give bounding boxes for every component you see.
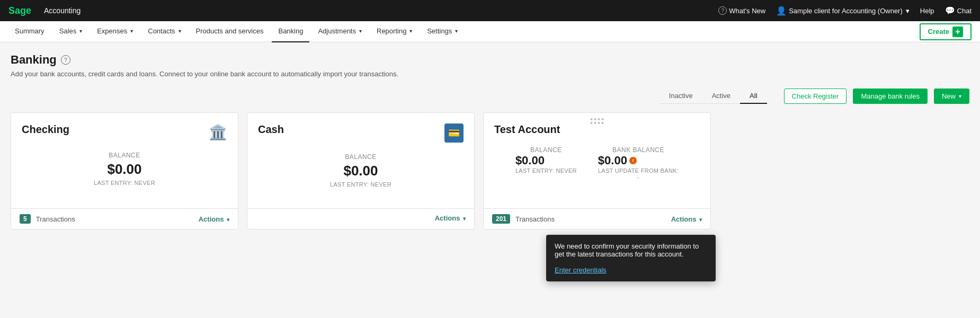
checking-balance-section: Balance $0.00 LAST ENTRY: NEVER — [22, 152, 227, 186]
create-button[interactable]: Create + — [920, 23, 972, 40]
check-register-button[interactable]: Check Register — [784, 89, 847, 104]
chevron-down-icon: ▾ — [959, 93, 961, 99]
plus-icon: + — [952, 26, 963, 37]
tab-all[interactable]: All — [740, 89, 767, 104]
nav-settings[interactable]: Settings ▾ — [421, 21, 464, 42]
checking-card-header: Checking 🏛️ — [22, 123, 227, 141]
test-bank-balance-amount: $0.00 ! — [598, 154, 679, 167]
security-tooltip: We need to confirm your security informa… — [546, 235, 716, 281]
test-last-update-from-bank: LAST UPDATE FROM BANK: — [598, 167, 679, 174]
page-title: Banking — [11, 53, 57, 67]
chevron-down-icon: ▾ — [463, 216, 466, 222]
checking-account-name: Checking — [22, 123, 69, 136]
account-tabs: Inactive Active All — [660, 89, 767, 104]
manage-bank-rules-button[interactable]: Manage bank rules — [853, 89, 928, 104]
chat-icon: 💬 — [945, 6, 955, 15]
test-transactions-badge: 201 — [492, 214, 510, 224]
checking-transactions-badge: 5 — [20, 214, 31, 224]
chevron-down-icon: ▾ — [455, 28, 458, 34]
checking-card-footer: 5 Transactions Actions ▾ — [11, 208, 238, 229]
cash-actions-button[interactable]: Actions ▾ — [435, 214, 466, 222]
test-actions-button[interactable]: Actions ▾ — [671, 215, 702, 223]
chevron-down-icon: ▾ — [79, 28, 82, 34]
cash-last-entry: LAST ENTRY: NEVER — [258, 181, 464, 188]
test-transactions-label: Transactions — [515, 215, 555, 223]
checking-card-body: Checking 🏛️ Balance $0.00 LAST ENTRY: NE… — [11, 113, 238, 208]
nav-reporting[interactable]: Reporting ▾ — [370, 21, 418, 42]
checking-balance-label: Balance — [22, 152, 227, 159]
drag-handle[interactable] — [591, 118, 604, 124]
chat-link[interactable]: 💬 Chat — [945, 6, 972, 15]
cash-card-header: Cash 💳 — [258, 123, 464, 143]
tooltip-message: We need to confirm your security informa… — [555, 242, 707, 258]
user-icon: 👤 — [776, 6, 787, 16]
chevron-down-icon: ▾ — [179, 28, 181, 34]
test-transactions[interactable]: 201 Transactions — [492, 214, 555, 224]
wallet-icon: 💳 — [444, 123, 464, 143]
checking-actions-button[interactable]: Actions ▾ — [199, 215, 229, 223]
checking-account-card: Checking 🏛️ Balance $0.00 LAST ENTRY: NE… — [11, 112, 238, 229]
test-account-balance-section: Balance $0.00 LAST ENTRY: NEVER Bank Bal… — [494, 146, 700, 180]
question-circle-icon: ? — [718, 6, 727, 15]
nav-sales[interactable]: Sales ▾ — [53, 21, 89, 42]
cash-card-body: Cash 💳 Balance $0.00 LAST ENTRY: NEVER — [247, 113, 474, 208]
tabs-and-buttons-row: Inactive Active All Check Register Manag… — [11, 89, 969, 104]
nav-banking[interactable]: Banking — [272, 21, 309, 42]
test-account-card-header: Test Account — [494, 123, 700, 136]
sage-logo: Sage — [8, 5, 31, 16]
cash-balance-amount: $0.00 — [258, 163, 464, 179]
cash-balance-section: Balance $0.00 LAST ENTRY: NEVER — [258, 153, 464, 188]
checking-balance-amount: $0.00 — [22, 161, 227, 178]
app-title: Accounting — [44, 6, 81, 15]
checking-transactions-label: Transactions — [36, 215, 75, 223]
nav-products-services[interactable]: Products and services — [190, 21, 270, 42]
test-account-balance-col: Balance $0.00 LAST ENTRY: NEVER — [515, 146, 577, 180]
tab-inactive[interactable]: Inactive — [660, 89, 702, 104]
cash-card-footer: Actions ▾ — [247, 208, 474, 227]
chevron-down-icon: ▾ — [699, 217, 702, 223]
help-circle-icon[interactable]: ? — [61, 55, 70, 65]
help-link[interactable]: Help — [920, 7, 934, 15]
user-menu[interactable]: 👤 Sample client for Accounting (Owner) ▾ — [776, 6, 910, 16]
test-account-card-body: Test Account Balance $0.00 LAST ENTRY: N… — [484, 113, 710, 208]
test-account-card-footer: 201 Transactions Actions ▾ — [484, 208, 710, 229]
enter-credentials-link[interactable]: Enter credentials — [555, 266, 607, 274]
chevron-down-icon: ▾ — [130, 28, 133, 34]
sub-navigation: Summary Sales ▾ Expenses ▾ Contacts ▾ Pr… — [0, 21, 980, 42]
chevron-down-icon: ▾ — [906, 7, 910, 15]
checking-last-entry: LAST ENTRY: NEVER — [22, 180, 227, 186]
test-account-card: Test Account Balance $0.00 LAST ENTRY: N… — [483, 112, 711, 229]
test-bank-balance-label: Bank Balance — [598, 146, 679, 154]
test-account-bank-balance-col: Bank Balance $0.00 ! LAST UPDATE FROM BA… — [598, 146, 679, 180]
bank-building-icon: 🏛️ — [209, 123, 227, 141]
main-content: Banking ? Add your bank accounts, credit… — [0, 42, 980, 318]
cash-balance-label: Balance — [258, 153, 464, 161]
nav-contacts[interactable]: Contacts ▾ — [141, 21, 187, 42]
page-subtitle: Add your bank accounts, credit cards and… — [11, 70, 969, 78]
bank-accounts-list: Checking 🏛️ Balance $0.00 LAST ENTRY: NE… — [11, 112, 969, 229]
warning-icon: ! — [629, 157, 637, 164]
new-button[interactable]: New ▾ — [934, 89, 969, 104]
test-last-update-value: - — [598, 174, 679, 180]
sub-nav-right: Create + — [920, 23, 972, 40]
nav-adjustments[interactable]: Adjustments ▾ — [311, 21, 368, 42]
nav-expenses[interactable]: Expenses ▾ — [91, 21, 139, 42]
tab-active[interactable]: Active — [702, 89, 740, 104]
chevron-down-icon: ▾ — [227, 217, 229, 223]
checking-transactions[interactable]: 5 Transactions — [20, 214, 75, 224]
cash-account-card: Cash 💳 Balance $0.00 LAST ENTRY: NEVER A… — [247, 112, 475, 229]
top-navigation: Sage Accounting ? What's New 👤 Sample cl… — [0, 0, 980, 21]
test-balance-amount: $0.00 — [515, 154, 577, 167]
nav-summary[interactable]: Summary — [8, 21, 51, 42]
chevron-down-icon: ▾ — [409, 28, 412, 34]
test-balance-label: Balance — [515, 146, 577, 154]
chevron-down-icon: ▾ — [359, 28, 362, 34]
cash-account-name: Cash — [258, 123, 284, 136]
test-account-name: Test Account — [494, 123, 560, 136]
whats-new-link[interactable]: ? What's New — [718, 6, 765, 15]
test-last-entry: LAST ENTRY: NEVER — [515, 167, 577, 174]
top-nav-right: ? What's New 👤 Sample client for Account… — [718, 6, 972, 16]
page-header: Banking ? — [11, 53, 969, 67]
